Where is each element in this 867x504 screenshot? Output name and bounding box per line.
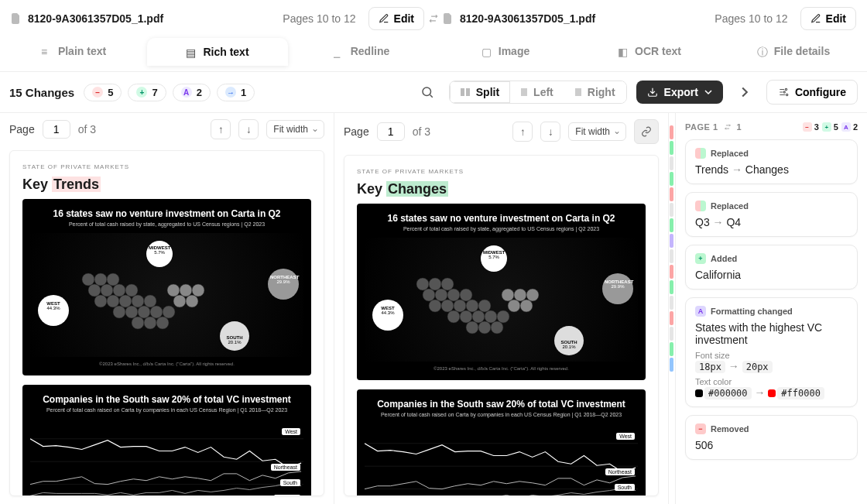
- changes-sidebar: PAGE 1 1 −3 +5 A2 Replaced Trends → Chan…: [675, 113, 867, 504]
- svg-point-18: [138, 306, 150, 318]
- hexmap-chart: 16 states saw no venture investment on C…: [22, 199, 311, 375]
- search-button[interactable]: [415, 80, 440, 105]
- right-next-page-button[interactable]: ↓: [540, 122, 560, 142]
- sidebar-counts: −3 +5 A2: [803, 122, 858, 132]
- change-card-replaced[interactable]: Replaced Q3 → Q4: [685, 192, 858, 237]
- left-prev-page-button[interactable]: ↑: [211, 119, 231, 139]
- svg-point-13: [119, 295, 132, 307]
- right-zoom-select[interactable]: Fit width: [568, 122, 626, 141]
- file-icon: [443, 13, 454, 24]
- svg-point-46: [460, 310, 472, 323]
- change-card-formatting[interactable]: AFormatting changed States with the high…: [685, 297, 858, 407]
- right-file-block: 8120-9A3061357D05_1.pdf Pages 10 to 12 E…: [443, 7, 856, 30]
- left-edit-button[interactable]: Edit: [368, 7, 424, 30]
- view-tabs: ≡Plain text ▤Rich text ⎯Redline ▢Image ◧…: [0, 37, 867, 72]
- chip-added[interactable]: +7: [128, 84, 166, 101]
- of-label: of 3: [413, 125, 430, 138]
- svg-point-6: [107, 273, 119, 286]
- tab-ocr-text[interactable]: ◧OCR text: [579, 37, 720, 65]
- left-next-page-button[interactable]: ↓: [238, 119, 259, 139]
- svg-point-26: [192, 284, 204, 297]
- svg-point-19: [150, 306, 163, 318]
- replaced-icon: [695, 148, 706, 159]
- svg-point-25: [180, 284, 192, 297]
- change-minimap-rail[interactable]: [669, 113, 675, 504]
- svg-point-36: [423, 289, 435, 301]
- swap-icon[interactable]: [424, 13, 443, 24]
- left-page-input[interactable]: [43, 120, 70, 139]
- svg-point-43: [466, 300, 478, 312]
- svg-point-51: [478, 321, 491, 334]
- hexmap-canvas: WEST44.3% MIDWEST5.7% NORTHEAST29.9% SOU…: [30, 233, 303, 357]
- left-zoom-select[interactable]: Fit width: [266, 120, 324, 139]
- right-page-input[interactable]: [377, 122, 405, 141]
- svg-point-11: [94, 295, 107, 307]
- svg-point-33: [416, 278, 429, 290]
- svg-point-0: [423, 87, 431, 96]
- view-split-button[interactable]: Split: [450, 81, 510, 103]
- right-edit-button[interactable]: Edit: [800, 7, 856, 30]
- doc-pretitle: STATE OF PRIVATE MARKETS: [22, 163, 311, 170]
- sidebar-header: PAGE 1 1 −3 +5 A2: [685, 122, 858, 132]
- chart1-title: 16 states saw no venture investment on C…: [30, 208, 303, 219]
- doc-pretitle: STATE OF PRIVATE MARKETS: [357, 168, 646, 175]
- linechart: Companies in the South saw 20% of total …: [357, 389, 646, 496]
- tab-file-details[interactable]: ⓘFile details: [723, 37, 864, 65]
- tab-plain-text[interactable]: ≡Plain text: [3, 37, 144, 65]
- svg-point-39: [460, 289, 472, 301]
- change-card-removed[interactable]: −Removed 506: [685, 415, 858, 460]
- plus-icon: +: [136, 87, 147, 98]
- svg-point-16: [113, 306, 125, 318]
- view-mode-segment: Split Left Right: [449, 81, 627, 104]
- legend-midwest: Midwest: [274, 495, 300, 496]
- svg-point-14: [132, 295, 144, 307]
- tab-rich-text[interactable]: ▤Rich text: [147, 38, 288, 66]
- right-document-page: STATE OF PRIVATE MARKETS Key Changes 16 …: [344, 155, 659, 496]
- svg-point-49: [497, 310, 509, 323]
- right-prev-page-button[interactable]: ↑: [512, 122, 533, 142]
- linechart: Companies in the South saw 20% of total …: [22, 385, 311, 496]
- main-content: Page of 3 ↑ ↓ Fit width STATE OF PRIVATE…: [0, 113, 867, 504]
- doc-title: Key Trends: [22, 177, 311, 193]
- change-card-replaced[interactable]: Replaced Trends → Changes: [685, 139, 858, 184]
- chevron-down-icon: [704, 88, 712, 96]
- chip-format[interactable]: A2: [173, 84, 211, 101]
- sync-scroll-button[interactable]: [634, 119, 659, 144]
- svg-point-17: [125, 306, 138, 318]
- added-icon: +: [695, 253, 706, 264]
- page-label: Page: [9, 123, 35, 135]
- linechart-canvas: West Northeast South Midwest: [30, 419, 303, 496]
- svg-point-34: [429, 278, 441, 290]
- doc-title: Key Changes: [357, 181, 646, 197]
- chip-removed[interactable]: −5: [84, 84, 122, 101]
- next-button[interactable]: [732, 80, 757, 105]
- svg-point-24: [167, 284, 180, 297]
- view-right-button[interactable]: Right: [564, 81, 626, 103]
- svg-point-50: [466, 321, 478, 334]
- left-pane: Page of 3 ↑ ↓ Fit width STATE OF PRIVATE…: [0, 113, 334, 504]
- chart1-subtitle: Percent of total cash raised by state, a…: [30, 221, 303, 227]
- svg-point-48: [485, 310, 497, 323]
- region-west-label: WEST44.3%: [41, 301, 66, 310]
- svg-point-45: [447, 310, 460, 323]
- tab-image[interactable]: ▢Image: [435, 37, 576, 65]
- chart2-title: Companies in the South saw 20% of total …: [30, 394, 303, 405]
- tab-redline[interactable]: ⎯Redline: [291, 37, 432, 65]
- svg-point-35: [441, 278, 454, 290]
- svg-point-2: [783, 91, 785, 93]
- svg-point-12: [107, 295, 119, 307]
- changes-count: 15 Changes: [9, 86, 74, 99]
- svg-point-20: [163, 306, 175, 318]
- chip-moved[interactable]: →1: [217, 84, 255, 101]
- view-left-button[interactable]: Left: [510, 81, 564, 103]
- svg-point-37: [435, 289, 447, 301]
- svg-point-38: [447, 289, 460, 301]
- right-pane: Page of 3 ↑ ↓ Fit width STATE OF PRIVATE…: [334, 113, 669, 504]
- change-type-chips: −5 +7 A2 →1: [84, 84, 255, 101]
- svg-point-42: [454, 300, 466, 312]
- right-pane-header: Page of 3 ↑ ↓ Fit width: [334, 113, 668, 150]
- change-card-added[interactable]: +Added California: [685, 245, 858, 290]
- configure-button[interactable]: Configure: [766, 80, 858, 105]
- export-button[interactable]: Export: [636, 81, 723, 104]
- svg-point-40: [429, 300, 441, 312]
